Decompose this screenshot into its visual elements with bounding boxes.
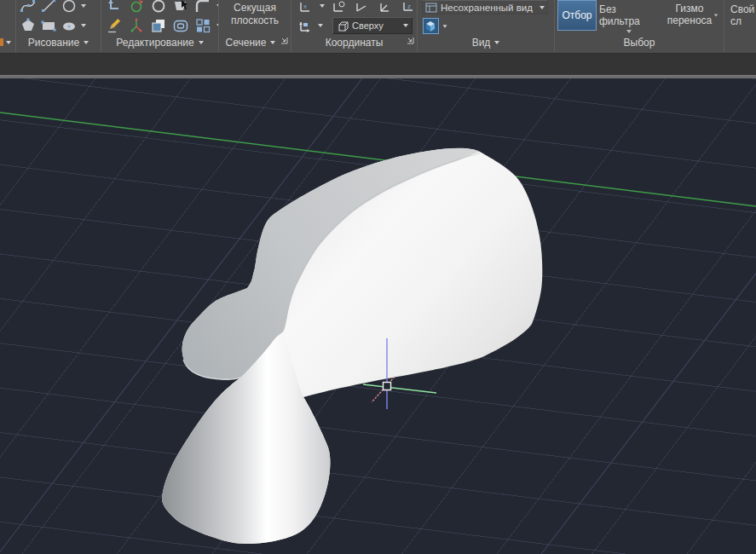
gizmo-label-line2: переноса [661,14,718,26]
panel-selection: Отбор Без фильтра Гизмо переноса Выбор [555,0,724,52]
pickbox [384,383,391,390]
chevron-down-icon [626,30,632,33]
chevron-down-icon[interactable] [318,24,323,27]
panel-label-text: Редактирование [116,37,193,49]
panel-partial-left [0,0,16,52]
chevron-down-icon [199,41,204,44]
right-partial-text-line2: сл [725,15,756,27]
ucs-world-icon[interactable] [297,17,314,34]
copy-icon[interactable] [150,17,167,34]
polygon-icon[interactable] [20,17,37,34]
panel-label-view[interactable]: Вид [418,37,554,49]
chevron-down-icon[interactable] [81,24,86,27]
move-icon[interactable] [106,0,123,14]
panel-label-text: Сечение [226,37,267,49]
named-view-dropdown[interactable]: Несохраненный вид [422,0,548,14]
pick-button-label: Отбор [562,9,592,21]
panel-section: Секущая плоскость Сечение [219,0,291,52]
line-icon[interactable] [40,0,57,14]
panel-partial-right: Свой сл [725,0,756,52]
named-view-icon [425,3,437,13]
view-direction-value: Сверху [352,20,384,31]
panel-coordinates: x z [291,0,418,52]
chevron-down-icon [270,41,275,44]
layer-icon-sliver [0,38,3,46]
ellipse-icon[interactable] [61,17,78,34]
svg-text:z: z [407,3,411,10]
section-plane-label-line2: плоскость [222,14,287,27]
gizmo-dropdown[interactable]: Гизмо переноса [661,0,718,31]
chevron-down-icon [714,14,718,16]
chevron-down-icon [403,24,408,27]
dialog-launcher-icon[interactable] [280,32,288,48]
chevron-down-icon [84,41,89,44]
visual-style-button[interactable] [423,18,447,34]
fillet-icon[interactable] [194,0,211,14]
ribbon: Рисование [0,0,756,54]
gizmo-label-line1: Гизмо [661,3,718,14]
viewport-3d[interactable] [0,78,756,554]
ribbon-lower-strip [0,54,756,75]
ucs-z-axis-icon[interactable] [354,0,371,14]
panel-label-editing[interactable]: Редактирование [101,37,218,49]
trim-icon[interactable] [172,0,189,14]
dialog-launcher-icon[interactable] [407,32,414,48]
panel-label-drawing[interactable]: Рисование [16,37,101,49]
array-icon[interactable] [194,17,211,34]
panel-label-text: Вид [472,37,491,49]
shaded-cube-icon [423,18,439,34]
panel-drawing: Рисование [16,0,101,52]
ucs-x-icon[interactable]: x [297,0,314,14]
chevron-down-icon [540,6,545,9]
section-plane-button[interactable]: Секущая плоскость [222,2,287,27]
rectangle-icon[interactable] [40,17,57,34]
ucs-3point-icon[interactable] [377,0,394,14]
filter-dropdown[interactable]: Без фильтра [599,0,659,31]
align-icon[interactable] [128,17,145,34]
chevron-down-icon [442,25,447,27]
panel-label-text: Выбор [624,37,655,49]
chevron-down-icon[interactable] [81,4,86,8]
filter-dropdown-label: Без фильтра [599,3,659,27]
chevron-down-icon [494,41,499,44]
loft-solid-object[interactable] [162,148,542,544]
autocad-window: Рисование [0,0,756,554]
spline-icon[interactable] [20,0,37,14]
chevron-down-icon[interactable] [320,4,325,8]
pick-button[interactable]: Отбор [557,0,597,31]
rotate-icon[interactable] [128,0,145,14]
crosshair-x-axis [363,384,436,393]
panel-label-coordinates[interactable]: Координаты [291,37,417,49]
panel-label-selection[interactable]: Выбор [555,37,724,49]
chevron-down-icon[interactable] [6,41,11,44]
panel-label-text: Координаты [326,37,384,49]
circle-icon[interactable] [61,0,78,14]
view-direction-combobox[interactable]: Сверху [332,17,413,34]
named-view-value: Несохраненный вид [441,3,533,13]
scale-circle-icon[interactable] [150,0,167,14]
panel-view: Несохраненный вид Вид [418,0,555,52]
ucs-origin-icon[interactable] [331,0,348,14]
panel-editing: Редактирование [101,0,219,52]
panel-label-text: Рисование [28,37,79,49]
svg-text:x: x [303,3,307,10]
ucs-view-icon[interactable]: z [400,0,417,14]
erase-icon[interactable] [106,17,123,34]
offset-icon[interactable] [172,17,189,34]
section-plane-label-line1: Секущая [222,2,287,14]
right-partial-text-line1: Свой [725,3,756,15]
wireframe-cube-icon [337,20,349,32]
